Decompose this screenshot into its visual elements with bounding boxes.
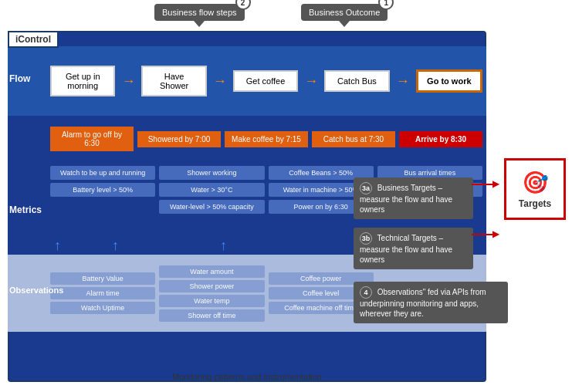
targets-label: Targets — [519, 198, 551, 209]
metric-showered: Showered by 7:00 — [137, 131, 221, 147]
sub-metric-water-level: Water-level > 50% capacity — [159, 200, 264, 214]
obs-col-2: Water amount Shower power Water temp Sho… — [159, 265, 264, 322]
obs-shower-power: Shower power — [159, 280, 264, 292]
annotation-3b: 3b Technical Targets – measure the flow … — [354, 228, 473, 269]
icontrol-label: iControl — [8, 31, 59, 48]
callout-2: 2 Business flow steps — [154, 4, 245, 21]
obs-water-temp: Water temp — [159, 295, 264, 307]
flow-row: Get up in morning → Have Shower → Get co… — [8, 46, 486, 116]
ann-3b-number: 3b — [360, 232, 372, 245]
ann-3a-text: Business Targets – measure the flow and … — [360, 184, 452, 214]
orange-metrics-row: Alarm to go off by 6:30 Showered by 7:00… — [8, 116, 486, 162]
obs-col-1: Battery Value Alarm time Watch Uptime — [50, 272, 155, 314]
obs-shower-off: Shower off time — [159, 309, 264, 322]
targets-icon: 🎯 — [522, 170, 549, 195]
obs-battery-value: Battery Value — [50, 272, 155, 285]
sub-metric-water-temp: Water > 30°C — [159, 183, 264, 197]
ann-3a-arrow: ▶ — [472, 184, 495, 185]
ann-3b-arrow: ▶ — [472, 234, 495, 235]
flow-arrow-2: → — [213, 73, 227, 90]
callout-2-text: Business flow steps — [162, 8, 237, 17]
sub-metric-watch: Watch to be up and running — [50, 166, 155, 180]
flow-arrow-1: → — [121, 73, 135, 90]
obs-watch-uptime: Watch Uptime — [50, 302, 155, 314]
obs-alarm-time: Alarm time — [50, 287, 155, 299]
sub-metric-shower-working: Shower working — [159, 166, 264, 180]
flow-arrow-3: → — [304, 73, 318, 90]
ann-4-text: Observations" fed via APIs from underpin… — [360, 288, 486, 318]
flow-arrow-4: → — [396, 73, 410, 90]
flow-row-label: Flow — [9, 73, 30, 84]
flow-box-get-coffee: Get coffee — [233, 70, 298, 92]
outer-container: 2 Business flow steps 1 Business Outcome… — [0, 0, 572, 392]
sub-metric-col-1: Watch to be up and running Battery level… — [50, 166, 155, 197]
metric-arrive: Arrive by 8:30 — [399, 131, 482, 147]
bottom-label: Monitoring patterns and instrumentation — [8, 372, 486, 381]
annotation-3a: 3a Business Targets – measure the flow a… — [354, 177, 473, 219]
metric-catch-bus: Catch bus at 7:30 — [312, 131, 395, 147]
ann-3a-number: 3a — [360, 182, 372, 194]
metrics-row-label: Metrics — [9, 204, 42, 215]
annotation-4: 4 Observations" fed via APIs from underp… — [354, 282, 508, 323]
flow-box-go-to-work: Go to work — [416, 69, 482, 93]
callout-2-number: 2 — [235, 0, 251, 10]
callout-1-number: 1 — [378, 0, 394, 10]
obs-water-amount: Water amount — [159, 265, 264, 278]
targets-box: 🎯 Targets — [504, 158, 566, 220]
callout-1-text: Business Outcome — [309, 8, 380, 17]
sub-metric-col-2: Shower working Water > 30°C Water-level … — [159, 166, 264, 214]
up-arrow-3: ↑ — [220, 238, 227, 254]
observations-row-label: Observations — [9, 286, 63, 295]
metric-alarm: Alarm to go off by 6:30 — [50, 127, 134, 151]
flow-box-catch-bus: Catch Bus — [324, 70, 389, 92]
up-arrow-2: ↑ — [112, 238, 119, 254]
up-arrow-1: ↑ — [54, 238, 61, 254]
sub-metric-battery: Battery level > 50% — [50, 183, 155, 197]
ann-4-number: 4 — [360, 286, 372, 299]
callout-1: 1 Business Outcome — [301, 4, 388, 21]
flow-box-have-shower: Have Shower — [141, 66, 206, 96]
metric-make-coffee: Make coffee by 7:15 — [225, 131, 308, 147]
flow-box-get-up: Get up in morning — [50, 66, 115, 96]
ann-3b-text: Technical Targets – measure the flow and… — [360, 234, 452, 264]
